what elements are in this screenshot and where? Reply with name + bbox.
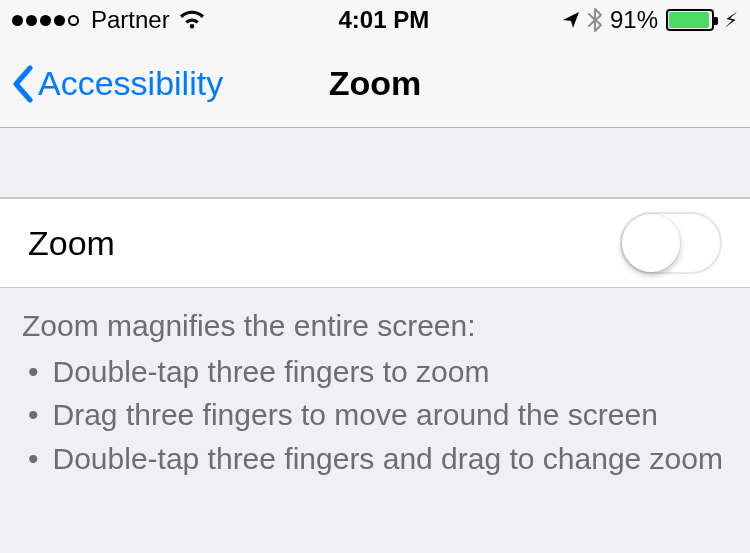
zoom-label: Zoom [28,224,115,263]
footer-help-text: Zoom magnifies the entire screen: Double… [0,288,750,480]
battery-percentage: 91% [610,6,658,34]
status-left: Partner [12,6,206,34]
back-label: Accessibility [38,64,223,103]
wifi-icon [178,10,206,30]
location-icon [562,11,580,29]
footer-bullet: Double-tap three fingers to zoom [22,350,728,394]
status-right: 91% ⚡︎ [562,6,738,34]
status-bar: Partner 4:01 PM 91% ⚡︎ [0,0,750,40]
section-spacer [0,128,750,198]
nav-bar: Accessibility Zoom [0,40,750,128]
carrier-label: Partner [91,6,170,34]
status-time: 4:01 PM [338,6,429,34]
battery-fill [669,12,709,28]
footer-bullet-list: Double-tap three fingers to zoom Drag th… [22,350,728,481]
footer-bullet: Double-tap three fingers and drag to cha… [22,437,728,481]
toggle-knob [622,214,680,272]
battery-icon [666,9,714,31]
charging-icon: ⚡︎ [724,8,738,32]
bluetooth-icon [588,8,602,32]
chevron-left-icon [10,65,34,103]
zoom-cell: Zoom [0,198,750,288]
cellular-signal-icon [12,15,79,26]
footer-heading: Zoom magnifies the entire screen: [22,304,728,348]
footer-bullet: Drag three fingers to move around the sc… [22,393,728,437]
zoom-toggle[interactable] [620,212,722,274]
back-button[interactable]: Accessibility [0,64,223,103]
